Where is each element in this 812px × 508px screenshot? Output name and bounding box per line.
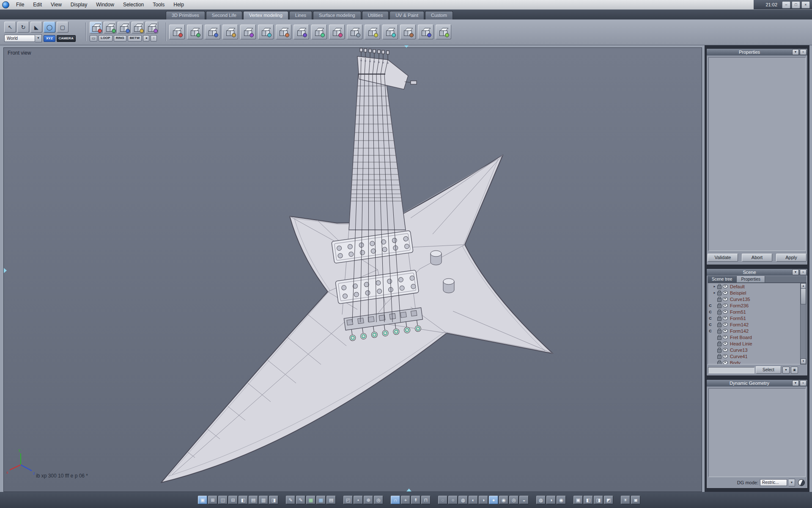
ring-button[interactable]: RING xyxy=(114,35,126,41)
translate-manip-icon[interactable]: + xyxy=(401,496,410,504)
lock-icon[interactable] xyxy=(717,342,721,346)
close-button[interactable]: × xyxy=(801,1,810,8)
scene-search-input[interactable] xyxy=(708,367,754,373)
dissolve-tool-icon[interactable] xyxy=(400,25,416,39)
loop-selector-icon[interactable]: ▭ xyxy=(90,35,97,41)
layout-two-col-icon[interactable]: ◫ xyxy=(218,496,228,504)
offset-tool-icon[interactable] xyxy=(276,25,291,39)
lock-icon[interactable] xyxy=(717,292,721,295)
scene-tree-item[interactable]: C ▸ Form236 xyxy=(708,302,800,309)
scene-tree-item[interactable]: C ▸ Form51 xyxy=(708,315,800,321)
xyz-axis-button[interactable]: XYZ xyxy=(44,35,55,42)
close-panel-icon[interactable]: × xyxy=(800,380,807,386)
close-panel-icon[interactable]: × xyxy=(800,269,807,275)
scene-tree-item[interactable]: C ▸ Body xyxy=(708,359,800,364)
menu-item[interactable]: Display xyxy=(67,0,91,9)
scene-tree-item[interactable]: C ▸ Beispiel xyxy=(708,290,800,296)
menu-item[interactable]: Edit xyxy=(29,0,46,9)
orbit-tool-icon[interactable]: ◎ xyxy=(374,496,383,504)
visibility-eye-icon[interactable] xyxy=(723,284,728,288)
layout-one-two-icon[interactable]: ◨ xyxy=(269,496,278,504)
layout-quad-icon[interactable]: ⊞ xyxy=(208,496,217,504)
edges-mode-icon[interactable] xyxy=(104,22,116,33)
tool-tab[interactable]: Surface modeling xyxy=(313,11,361,19)
lock-icon[interactable] xyxy=(717,285,721,289)
loop-button[interactable]: LOOP xyxy=(99,35,112,41)
visibility-eye-icon[interactable] xyxy=(723,354,728,358)
thickness-tool-icon[interactable] xyxy=(258,25,274,39)
extrude-face-tool-icon[interactable] xyxy=(205,25,220,39)
expander-arrow-icon[interactable]: ▸ xyxy=(713,291,716,295)
pan-view-icon[interactable]: ◣ xyxy=(30,22,42,33)
dynamic-geometry-header[interactable]: Dynamic Geometry ▼ × xyxy=(707,380,807,387)
splitter-handle-bottom[interactable] xyxy=(406,489,411,491)
scene-properties-tab[interactable]: Properties xyxy=(737,276,765,282)
lock-icon[interactable] xyxy=(717,317,721,321)
bridge-tool-icon[interactable] xyxy=(365,25,380,39)
menu-item[interactable]: File xyxy=(12,0,28,9)
expander-arrow-icon[interactable]: ▸ xyxy=(713,284,716,288)
visibility-eye-icon[interactable] xyxy=(723,297,728,301)
scene-tree-item[interactable]: C ▸ Curve41 xyxy=(708,353,800,359)
points-mode-icon[interactable] xyxy=(90,22,102,33)
morph-view-icon[interactable]: ◩ xyxy=(604,496,613,504)
xray-sphere-icon[interactable]: ◒ xyxy=(519,496,529,504)
layout-three-top-icon[interactable]: ▤ xyxy=(249,496,258,504)
grid-snap-icon[interactable]: ⊓ xyxy=(421,496,431,504)
walkthrough-icon[interactable]: ↟ xyxy=(411,496,420,504)
splitter-handle-top[interactable] xyxy=(404,45,409,48)
lock-icon[interactable] xyxy=(717,323,721,327)
scene-tree-scrollbar[interactable]: ▲ ▼ xyxy=(800,283,807,364)
tool-tab[interactable]: UV & Paint xyxy=(390,11,424,19)
lock-icon[interactable] xyxy=(717,336,721,340)
lock-icon[interactable] xyxy=(717,355,721,359)
guitar-model[interactable] xyxy=(161,48,553,483)
abort-button[interactable]: Abort xyxy=(742,254,772,262)
rotate-view-icon[interactable]: ↻ xyxy=(17,22,29,33)
select-arrow-icon[interactable]: ↖ xyxy=(4,22,16,33)
zoom-view-icon[interactable]: ◯ xyxy=(44,22,55,33)
hidden-line-sphere-icon[interactable]: ○ xyxy=(448,496,458,504)
lock-icon[interactable] xyxy=(717,349,721,353)
scene-tree-tab[interactable]: Scene tree xyxy=(708,276,737,282)
grid-blue-icon[interactable]: ▦ xyxy=(316,496,326,504)
scene-tree-item[interactable]: C ▸ Form142 xyxy=(708,328,800,334)
smoothing-tool-icon[interactable] xyxy=(294,25,309,39)
visibility-eye-icon[interactable] xyxy=(723,342,728,345)
scene-options-icon[interactable]: ▣ xyxy=(791,367,798,374)
faces-mode-icon[interactable] xyxy=(118,22,130,33)
symmetry-tool-icon[interactable] xyxy=(418,25,433,39)
scene-tree-item[interactable]: C ▸ Curve13 xyxy=(708,347,800,353)
dg-sphere-toggle-icon[interactable] xyxy=(798,479,805,486)
maximize-button[interactable]: □ xyxy=(792,1,800,8)
transparency-icon[interactable]: ◍ xyxy=(536,496,546,504)
lock-icon[interactable] xyxy=(717,298,721,302)
collapse-panel-icon[interactable]: ▼ xyxy=(792,380,799,386)
flat-sphere-icon[interactable]: ◍ xyxy=(458,496,468,504)
dg-dropdown-arrow-icon[interactable]: ▼ xyxy=(789,479,795,486)
collapse-panel-icon[interactable]: ▼ xyxy=(792,49,799,55)
scene-tree-item[interactable]: C ▸ Default xyxy=(708,283,800,290)
visibility-eye-icon[interactable] xyxy=(723,335,728,339)
visibility-eye-icon[interactable] xyxy=(723,329,728,333)
pen-plus-icon[interactable]: ✎ xyxy=(296,496,305,504)
smooth-lines-sphere-icon[interactable]: ● xyxy=(489,496,498,504)
tool-tab[interactable]: Vertex modeling xyxy=(243,11,288,19)
weld-points-tool-icon[interactable] xyxy=(382,25,398,39)
stretch-tool-icon[interactable] xyxy=(169,25,185,39)
menu-item[interactable]: View xyxy=(47,0,66,9)
tweak-tool-icon[interactable] xyxy=(347,25,362,39)
wireframe-sphere-icon[interactable]: ◌ xyxy=(438,496,447,504)
copy-support-tool-icon[interactable] xyxy=(436,25,451,39)
scrollbar-thumb[interactable] xyxy=(801,288,806,304)
bevel-tool-icon[interactable] xyxy=(311,25,327,39)
flat-lines-sphere-icon[interactable]: ◐ xyxy=(469,496,478,504)
visibility-eye-icon[interactable] xyxy=(723,316,728,320)
viewport-canvas[interactable]: y x z xyxy=(4,48,702,491)
visibility-eye-icon[interactable] xyxy=(723,291,728,295)
center-selection-icon[interactable]: • xyxy=(354,496,363,504)
menu-item[interactable]: Tools xyxy=(149,0,168,9)
scene-filter-icon[interactable]: ▼ xyxy=(782,367,790,374)
layout-four-col-icon[interactable]: ▥ xyxy=(259,496,268,504)
validate-button[interactable]: Validate xyxy=(708,254,738,262)
